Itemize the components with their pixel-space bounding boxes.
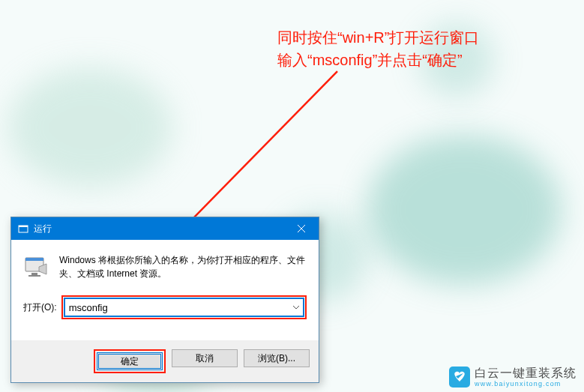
annotation-line1: 同时按住“win+R”打开运行窗口	[277, 26, 479, 49]
svg-rect-7	[25, 258, 43, 261]
watermark-icon	[449, 367, 470, 388]
dropdown-button[interactable]	[290, 300, 302, 315]
svg-rect-8	[31, 273, 37, 275]
run-program-icon	[23, 253, 50, 280]
dialog-description: Windows 将根据你所输入的名称，为你打开相应的程序、文件夹、文档或 Int…	[59, 253, 307, 280]
open-label: 打开(O):	[23, 301, 57, 314]
cancel-button[interactable]: 取消	[172, 349, 238, 367]
button-row: 确定 取消 浏览(B)...	[11, 340, 319, 382]
dialog-title: 运行	[34, 223, 284, 235]
watermark: 白云一键重装系统 www.baiyunxitong.com	[449, 367, 577, 388]
watermark-brand: 白云一键重装系统	[475, 367, 577, 379]
input-highlight-box	[61, 295, 307, 319]
ok-highlight-box: 确定	[94, 349, 166, 373]
close-icon	[298, 225, 305, 232]
close-button[interactable]	[284, 217, 319, 240]
title-bar[interactable]: 运行	[11, 217, 319, 240]
chevron-down-icon	[293, 306, 299, 310]
run-dialog-icon	[17, 223, 29, 235]
run-dialog: 运行 Windows 将根据你所输入的名称，为你打开相应的程序、文件夹、文档或 …	[10, 217, 319, 383]
annotation-line2: 输入“msconfig”并点击“确定”	[277, 49, 479, 71]
svg-rect-9	[28, 275, 40, 277]
watermark-url: www.baiyunxitong.com	[475, 381, 577, 388]
open-input[interactable]	[64, 298, 304, 316]
ok-button[interactable]: 确定	[97, 352, 163, 370]
browse-button[interactable]: 浏览(B)...	[244, 349, 310, 367]
annotation-text: 同时按住“win+R”打开运行窗口 输入“msconfig”并点击“确定”	[277, 26, 479, 71]
svg-rect-3	[19, 226, 28, 227]
